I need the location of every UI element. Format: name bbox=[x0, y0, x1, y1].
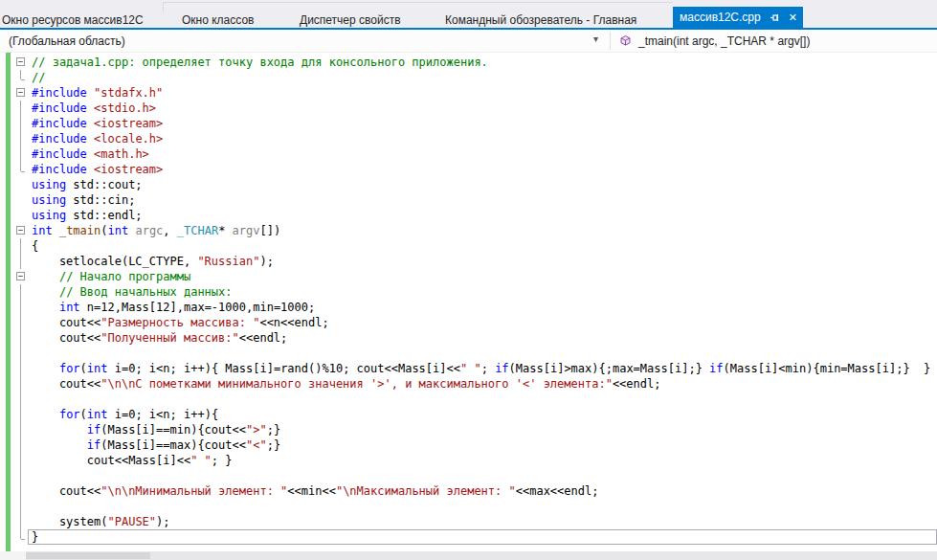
code-line[interactable]: // Ввод начальных данных: bbox=[14, 284, 937, 300]
code-line[interactable]: #include "stdafx.h" bbox=[14, 85, 937, 101]
scrollbar-thumb[interactable] bbox=[26, 552, 150, 559]
code-line[interactable] bbox=[14, 468, 937, 483]
code-text: using std::cout; bbox=[28, 177, 937, 192]
code-text: cout<<"\n\nС пометками минимального знач… bbox=[28, 376, 937, 392]
pin-icon[interactable] bbox=[770, 12, 780, 23]
scope-dropdown-value: (Глобальная область) bbox=[9, 34, 125, 48]
outline-guide bbox=[14, 483, 28, 499]
code-line[interactable]: using std::cin; bbox=[14, 192, 937, 208]
outline-guide bbox=[14, 238, 28, 254]
member-dropdown[interactable]: _tmain(int argc, _TCHAR * argv[]) bbox=[614, 30, 937, 52]
close-icon[interactable]: ✕ bbox=[789, 12, 797, 23]
code-line[interactable]: #include <iostream> bbox=[14, 162, 937, 177]
outline-guide bbox=[14, 346, 28, 361]
code-line[interactable]: if(Mass[i]==min){cout<<">";} bbox=[14, 422, 937, 437]
code-line[interactable]: #include <math.h> bbox=[14, 146, 937, 162]
outline-guide bbox=[14, 376, 28, 392]
code-line[interactable]: system("PAUSE"); bbox=[14, 514, 937, 529]
code-text: // задача1.cpp: определяет точку входа д… bbox=[28, 55, 937, 70]
code-line[interactable]: cout<<"\n\nС пометками минимального знач… bbox=[14, 376, 937, 392]
outline-margin bbox=[14, 177, 28, 192]
code-line[interactable]: cout<<"Размерность массива: "<<n<<endl; bbox=[14, 315, 937, 330]
code-line[interactable]: int _tmain(int argc, _TCHAR* argv[]) bbox=[14, 223, 937, 238]
outline-guide bbox=[14, 453, 28, 468]
outline-guide bbox=[14, 392, 28, 407]
outline-guide bbox=[14, 468, 28, 483]
document-tab-bar: Окно ресурсов массив12С Окно классов Дис… bbox=[0, 0, 937, 30]
horizontal-scrollbar[interactable] bbox=[0, 551, 937, 560]
tab-property-manager[interactable]: Диспетчер свойств bbox=[300, 13, 401, 27]
navigation-bar: (Глобальная область) ▾ _tmain(int argc, … bbox=[0, 30, 937, 53]
code-line[interactable]: #include <stdio.h> bbox=[14, 101, 937, 116]
outline-guide bbox=[14, 407, 28, 422]
code-line[interactable]: cout<<"\n\nМинимальный элемент: "<<min<<… bbox=[14, 483, 937, 499]
code-text: cout<<"\n\nМинимальный элемент: "<<min<<… bbox=[28, 483, 937, 499]
code-line[interactable]: if(Mass[i]==max){cout<<"<";} bbox=[14, 437, 937, 453]
code-line[interactable]: int n=12,Mass[12],max=-1000,min=1000; bbox=[14, 300, 937, 315]
outline-guide bbox=[14, 300, 28, 315]
collapse-toggle-icon[interactable] bbox=[14, 269, 28, 284]
outline-guide bbox=[14, 162, 28, 177]
tab-class-window[interactable]: Окно классов bbox=[182, 13, 254, 27]
code-text: system("PAUSE"); bbox=[28, 514, 937, 529]
code-line[interactable]: setlocale(LC_CTYPE, "Russian"); bbox=[14, 254, 937, 269]
code-text: #include <locale.h> bbox=[28, 131, 937, 146]
code-line[interactable] bbox=[14, 346, 937, 361]
collapse-toggle-icon[interactable] bbox=[14, 55, 28, 70]
code-line[interactable]: cout<<"Полученный массив:"<<endl; bbox=[14, 330, 937, 346]
outline-guide bbox=[14, 284, 28, 300]
code-line[interactable]: for(int i=0; i<n; i++){ Mass[i]=rand()%1… bbox=[14, 361, 937, 376]
collapse-toggle-icon[interactable] bbox=[14, 223, 28, 238]
code-line[interactable]: for(int i=0; i<n; i++){ bbox=[14, 407, 937, 422]
outline-guide bbox=[14, 437, 28, 453]
tab-active-massiv12c[interactable]: массив12C.cpp ✕ bbox=[673, 7, 803, 28]
code-line[interactable]: // Начало программы bbox=[14, 269, 937, 284]
code-text: cout<<"Размерность массива: "<<n<<endl; bbox=[28, 315, 937, 330]
outline-margin bbox=[14, 192, 28, 208]
code-line[interactable]: cout<<Mass[i]<<" "; } bbox=[14, 453, 937, 468]
code-editor[interactable]: // задача1.cpp: определяет точку входа д… bbox=[0, 53, 937, 560]
outline-guide bbox=[14, 514, 28, 529]
code-text: #include <iostream> bbox=[28, 116, 937, 131]
code-line[interactable]: #include <iostream> bbox=[14, 116, 937, 131]
tab-top-hairline bbox=[163, 2, 673, 3]
code-text: using std::cin; bbox=[28, 192, 937, 208]
code-line[interactable] bbox=[14, 499, 937, 514]
code-line[interactable]: // задача1.cpp: определяет точку входа д… bbox=[14, 55, 937, 70]
outline-guide bbox=[14, 116, 28, 131]
outline-guide bbox=[14, 315, 28, 330]
code-text bbox=[28, 346, 937, 361]
chevron-down-icon[interactable]: ▾ bbox=[593, 34, 598, 44]
code-text: if(Mass[i]==min){cout<<">";} bbox=[28, 422, 937, 437]
code-line[interactable]: // bbox=[14, 70, 937, 85]
collapse-toggle-icon[interactable] bbox=[14, 85, 28, 101]
tab-separator bbox=[163, 2, 164, 12]
outline-guide bbox=[14, 361, 28, 376]
member-dropdown-value: _tmain(int argc, _TCHAR * argv[]) bbox=[638, 34, 810, 48]
outline-guide bbox=[14, 529, 28, 545]
code-line[interactable]: { bbox=[14, 238, 937, 254]
tab-resource-window[interactable]: Окно ресурсов массив12С bbox=[2, 13, 144, 27]
change-tracking-bar bbox=[6, 53, 11, 553]
code-text: if(Mass[i]==max){cout<<"<";} bbox=[28, 437, 937, 453]
scrollbar-corner bbox=[0, 551, 26, 560]
code-text: #include <iostream> bbox=[28, 162, 937, 177]
code-line[interactable] bbox=[14, 392, 937, 407]
code-text: int n=12,Mass[12],max=-1000,min=1000; bbox=[28, 300, 937, 315]
code-text: // Начало программы bbox=[28, 269, 937, 284]
code-text bbox=[28, 468, 937, 483]
outline-guide bbox=[14, 70, 28, 85]
code-line[interactable]: using std::endl; bbox=[14, 208, 937, 223]
code-text: // bbox=[28, 70, 937, 85]
code-line[interactable]: } bbox=[14, 529, 937, 545]
outline-guide bbox=[14, 330, 28, 346]
code-text: cout<<"Полученный массив:"<<endl; bbox=[28, 330, 937, 346]
code-text bbox=[28, 392, 937, 407]
code-text: cout<<Mass[i]<<" "; } bbox=[28, 453, 937, 468]
navbar-separator bbox=[610, 32, 611, 50]
code-line[interactable]: using std::cout; bbox=[14, 177, 937, 192]
code-line[interactable]: #include <locale.h> bbox=[14, 131, 937, 146]
code-area[interactable]: // задача1.cpp: определяет точку входа д… bbox=[14, 55, 937, 545]
scope-dropdown[interactable]: (Глобальная область) ▾ bbox=[0, 30, 610, 52]
tab-command-browser[interactable]: Командный обозреватель - Главная bbox=[445, 13, 636, 27]
